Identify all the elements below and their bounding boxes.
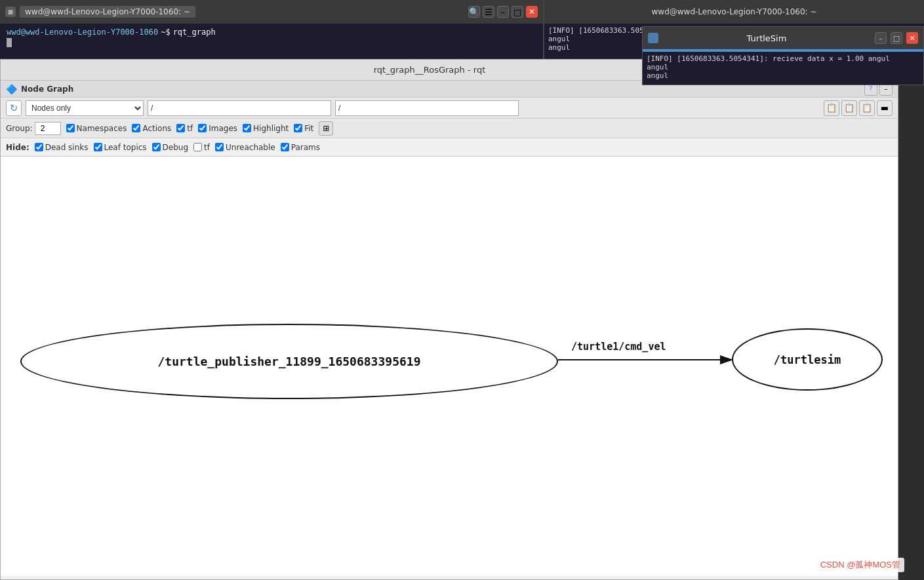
turtlesim-icon	[648, 33, 658, 43]
namespaces-checkbox[interactable]	[66, 124, 75, 132]
fit-checkbox-label[interactable]: Fit	[294, 124, 313, 133]
actions-checkbox[interactable]	[132, 124, 140, 132]
edge-label: /turtle1/cmd_vel	[571, 341, 666, 353]
fit-icon-button[interactable]: ⊞	[319, 121, 333, 136]
turtlesim-content: [INFO] [1650683363.5054341]: recieve dat…	[643, 52, 923, 85]
toolbar-icon-2[interactable]: 📋	[841, 100, 857, 116]
terminal-right-titlebar: wwd@wwd-Lenovo-Legion-Y7000-1060: ~	[544, 0, 924, 24]
turtlesim-log-2: angul	[647, 63, 919, 71]
params-label[interactable]: Params	[281, 143, 320, 152]
terminal-left-tab: wwd@wwd-Lenovo-Legion-Y7000-1060: ~	[20, 6, 195, 18]
highlight-checkbox[interactable]	[243, 124, 251, 132]
terminal-icon: ■	[5, 7, 16, 17]
rqt-window: rqt_graph__RosGraph - rqt – □ ✕ 🔷 Node G…	[0, 59, 898, 580]
toolbar-icon-4[interactable]: ▬	[877, 100, 893, 116]
terminal-cmd: rqt_graph	[173, 28, 216, 37]
turtlesim-log-1: [INFO] [1650683363.5054341]: recieve dat…	[647, 54, 919, 63]
turtlesim-close[interactable]: ✕	[906, 32, 918, 44]
graph-canvas: /turtle1/cmd_vel /turtle_publisher_11899…	[1, 157, 898, 576]
node2-ellipse[interactable]: /turtlesim	[732, 328, 883, 391]
tf-checkbox-label[interactable]: tf	[176, 124, 193, 133]
turtlesim-window: TurtleSim – □ ✕ [INFO] [1650683363.50543…	[642, 26, 924, 85]
node1-ellipse[interactable]: /turtle_publisher_11899_1650683395619	[20, 324, 558, 399]
terminal-dollar: ~$	[161, 28, 170, 37]
turtlesim-minimize[interactable]: –	[875, 32, 887, 44]
node2-label: /turtlesim	[774, 353, 841, 366]
dead-sinks-label[interactable]: Dead sinks	[35, 143, 89, 152]
refresh-button[interactable]: ↻	[6, 100, 22, 116]
minimize-button[interactable]: –	[497, 6, 509, 18]
highlight-checkbox-label[interactable]: Highlight	[243, 124, 289, 133]
search-icon[interactable]: 🔍	[468, 6, 480, 18]
watermark: CSDN @孤神MOS管	[816, 558, 904, 572]
node-graph-icon: 🔷	[6, 84, 17, 94]
tf-hide-label[interactable]: tf	[193, 143, 210, 152]
namespaces-checkbox-label[interactable]: Namespaces	[66, 124, 127, 133]
terminal-user: wwd@wwd-Lenovo-Legion-Y7000-1060	[7, 28, 158, 37]
toolbar-row-2: Group: Namespaces Actions tf Images	[1, 119, 898, 138]
unreachable-label[interactable]: Unreachable	[215, 143, 275, 152]
terminal-left-content: wwd@wwd-Lenovo-Legion-Y7000-1060 ~$ rqt_…	[0, 24, 543, 59]
filter2-input[interactable]	[335, 100, 519, 116]
unreachable-checkbox[interactable]	[215, 143, 224, 151]
maximize-button[interactable]: □	[512, 6, 523, 18]
toolbar-icon-3[interactable]: 📋	[859, 100, 875, 116]
fit-checkbox[interactable]	[294, 124, 302, 132]
hide-row: Hide: Dead sinks Leaf topics Debug tf Un…	[1, 138, 898, 157]
debug-label[interactable]: Debug	[152, 143, 188, 152]
group-input[interactable]	[35, 122, 61, 135]
tf-hide-checkbox[interactable]	[193, 143, 202, 151]
leaf-topics-label[interactable]: Leaf topics	[94, 143, 147, 152]
debug-checkbox[interactable]	[152, 143, 161, 151]
close-button[interactable]: ✕	[526, 6, 538, 18]
terminal-cursor	[7, 38, 12, 47]
terminal-left-titlebar: ■ wwd@wwd-Lenovo-Legion-Y7000-1060: ~ 🔍 …	[0, 0, 543, 24]
node1-label: /turtle_publisher_11899_1650683395619	[158, 355, 421, 368]
node-graph-label: Node Graph	[21, 85, 73, 94]
toolbar-row-1: ↻ Nodes only Nodes/Topics (all) Nodes/To…	[1, 98, 898, 119]
hide-label: Hide:	[6, 143, 30, 152]
turtlesim-titlebar: TurtleSim – □ ✕	[643, 27, 923, 49]
filter1-input[interactable]	[148, 100, 331, 116]
terminal-right-title: wwd@wwd-Lenovo-Legion-Y7000-1060: ~	[550, 7, 919, 16]
actions-checkbox-label[interactable]: Actions	[132, 124, 171, 133]
toolbar-icon-1[interactable]: 📋	[824, 100, 839, 116]
display-mode-select[interactable]: Nodes only Nodes/Topics (all) Nodes/Topi…	[26, 100, 144, 116]
group-label: Group:	[6, 122, 61, 135]
menu-icon[interactable]: ☰	[483, 6, 494, 18]
images-checkbox[interactable]	[198, 124, 207, 132]
leaf-topics-checkbox[interactable]	[94, 143, 102, 151]
tf-checkbox[interactable]	[176, 124, 185, 132]
turtlesim-maximize[interactable]: □	[891, 32, 902, 44]
dead-sinks-checkbox[interactable]	[35, 143, 43, 151]
turtlesim-log-3: angul	[647, 71, 919, 80]
params-checkbox[interactable]	[281, 143, 289, 151]
images-checkbox-label[interactable]: Images	[198, 124, 237, 133]
turtlesim-title: TurtleSim	[662, 33, 871, 43]
